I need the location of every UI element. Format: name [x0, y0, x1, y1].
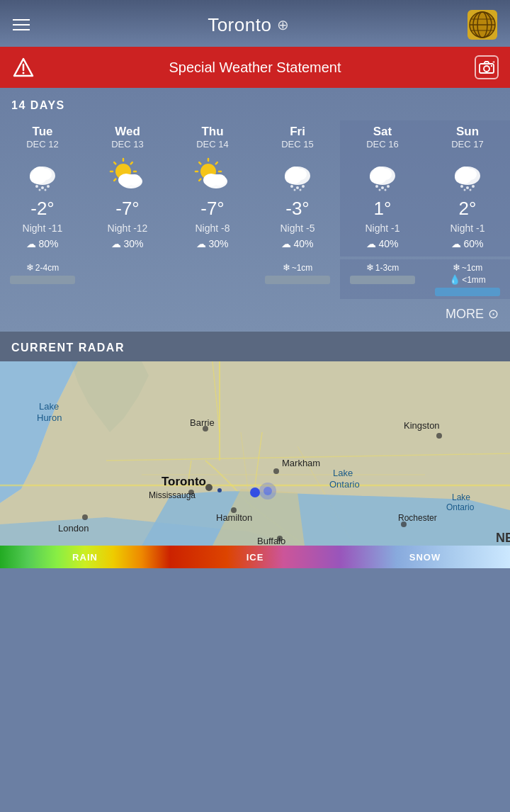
- svg-point-46: [213, 174, 226, 186]
- day-name-3: Fri: [290, 125, 305, 139]
- precip-3: ☁40%: [281, 238, 313, 249]
- day-name-2: Thu: [201, 125, 223, 139]
- svg-point-20: [47, 185, 50, 188]
- header: Toronto ⊕: [0, 0, 510, 47]
- day-name-0: Tue: [33, 125, 53, 139]
- svg-line-42: [216, 162, 217, 164]
- night-temp-4: Night -1: [365, 222, 400, 234]
- svg-text:Markham: Markham: [282, 458, 320, 468]
- svg-text:Kingston: Kingston: [404, 420, 440, 431]
- svg-text:Mississauga: Mississauga: [149, 490, 196, 500]
- snow-cell-3: ❄ ~1cm: [255, 259, 340, 299]
- snow-bar-5: [435, 288, 501, 296]
- precip-1: ☁30%: [111, 238, 143, 249]
- svg-point-22: [45, 189, 47, 191]
- svg-text:Barrie: Barrie: [190, 417, 215, 428]
- weather-icon-1: [108, 155, 147, 193]
- map-svg: Lake Huron Barrie Kingston Markham Toron…: [0, 361, 510, 546]
- svg-text:Huron: Huron: [37, 412, 62, 423]
- svg-point-17: [39, 169, 52, 180]
- day-name-4: Sat: [373, 125, 392, 139]
- svg-point-72: [464, 189, 466, 191]
- night-temp-1: Night -12: [108, 222, 148, 234]
- svg-point-52: [296, 186, 299, 189]
- svg-point-83: [205, 484, 212, 491]
- svg-text:Hamilton: Hamilton: [216, 512, 252, 523]
- svg-point-73: [470, 189, 472, 191]
- weather-icon-2: [193, 155, 232, 193]
- high-temp-5: 2°: [459, 198, 477, 220]
- svg-point-55: [300, 189, 302, 191]
- svg-point-59: [379, 169, 392, 180]
- high-temp-1: -7°: [115, 198, 140, 220]
- forecast-label: 14 DAYS: [0, 99, 510, 120]
- alert-banner[interactable]: Special Weather Statement +: [0, 47, 510, 88]
- snow-bar-3: [265, 276, 331, 284]
- precip-5: ☁60%: [451, 238, 483, 249]
- camera-icon[interactable]: +: [475, 55, 499, 79]
- globe-icon[interactable]: [468, 10, 497, 40]
- high-temp-3: -3°: [285, 198, 310, 220]
- svg-point-54: [294, 189, 296, 191]
- night-temp-0: Night -11: [23, 222, 63, 234]
- forecast-days-row: Tue DEC 12 -2° Night -11: [0, 120, 510, 256]
- menu-button[interactable]: [13, 19, 30, 30]
- svg-text:NE: NE: [496, 531, 510, 545]
- svg-point-62: [387, 185, 390, 188]
- night-temp-2: Night -8: [195, 222, 230, 234]
- radar-label: CURRENT RADAR: [0, 342, 510, 361]
- svg-text:Buffalo: Buffalo: [257, 536, 285, 546]
- triangle-svg: [13, 57, 34, 77]
- svg-point-11: [484, 66, 489, 72]
- snow-cell-2: [170, 259, 255, 299]
- svg-point-18: [35, 185, 38, 188]
- day-date-1: DEC 13: [111, 139, 144, 150]
- svg-point-69: [460, 185, 463, 188]
- svg-point-91: [82, 514, 88, 520]
- day-date-3: DEC 15: [281, 139, 314, 150]
- svg-point-87: [273, 468, 279, 474]
- day-col-2[interactable]: Thu DEC 14 -7° Nig: [170, 120, 255, 256]
- svg-point-70: [466, 186, 469, 189]
- snow-cell-0: ❄ 2-4cm: [0, 259, 85, 299]
- radar-section: CURRENT RADAR: [0, 332, 510, 568]
- svg-point-85: [250, 487, 260, 497]
- svg-point-71: [472, 185, 475, 188]
- day-col-0[interactable]: Tue DEC 12 -2° Night -11: [0, 120, 85, 256]
- add-city-button[interactable]: ⊕: [277, 16, 290, 33]
- day-col-1[interactable]: Wed DEC 13: [85, 120, 170, 256]
- svg-point-51: [290, 185, 293, 188]
- night-temp-3: Night -5: [280, 222, 314, 234]
- day-name-5: Sun: [456, 125, 479, 139]
- map-container[interactable]: Lake Huron Barrie Kingston Markham Toron…: [0, 361, 510, 546]
- day-date-4: DEC 16: [366, 139, 399, 150]
- city-title: Toronto ⊕: [208, 14, 290, 36]
- alert-triangle-icon: [11, 55, 35, 79]
- svg-point-19: [41, 186, 44, 189]
- legend-snow: SNOW: [340, 546, 510, 568]
- svg-point-63: [379, 189, 381, 191]
- svg-point-9: [23, 72, 25, 74]
- high-temp-0: -2°: [30, 198, 55, 220]
- svg-point-34: [128, 174, 141, 186]
- day-date-2: DEC 14: [196, 139, 229, 150]
- svg-point-111: [264, 487, 272, 495]
- camera-svg: +: [479, 61, 494, 74]
- svg-point-84: [217, 488, 222, 492]
- day-col-4[interactable]: Sat DEC 16 1° Night -1 ☁40%: [340, 120, 425, 256]
- forecast-section: 14 DAYS Tue DEC 12: [0, 88, 510, 332]
- snow-cell-4: ❄ 1-3cm: [340, 259, 425, 299]
- svg-line-43: [199, 179, 200, 181]
- day-name-1: Wed: [115, 125, 140, 139]
- svg-text:Ontario: Ontario: [446, 502, 475, 512]
- more-button[interactable]: MORE ⊙: [446, 306, 499, 322]
- svg-text:Toronto: Toronto: [162, 475, 206, 488]
- day-col-5[interactable]: Sun DEC 17 2° Night -1 ☁60%: [425, 120, 510, 256]
- legend-ice: ICE: [170, 546, 340, 568]
- svg-text:Lake: Lake: [452, 492, 470, 502]
- day-col-3[interactable]: Fri DEC 15 -3° Night -5 ☁40%: [255, 120, 340, 256]
- svg-text:Lake: Lake: [333, 468, 353, 478]
- svg-point-21: [39, 189, 41, 191]
- day-date-0: DEC 12: [26, 139, 59, 150]
- svg-line-40: [199, 162, 200, 164]
